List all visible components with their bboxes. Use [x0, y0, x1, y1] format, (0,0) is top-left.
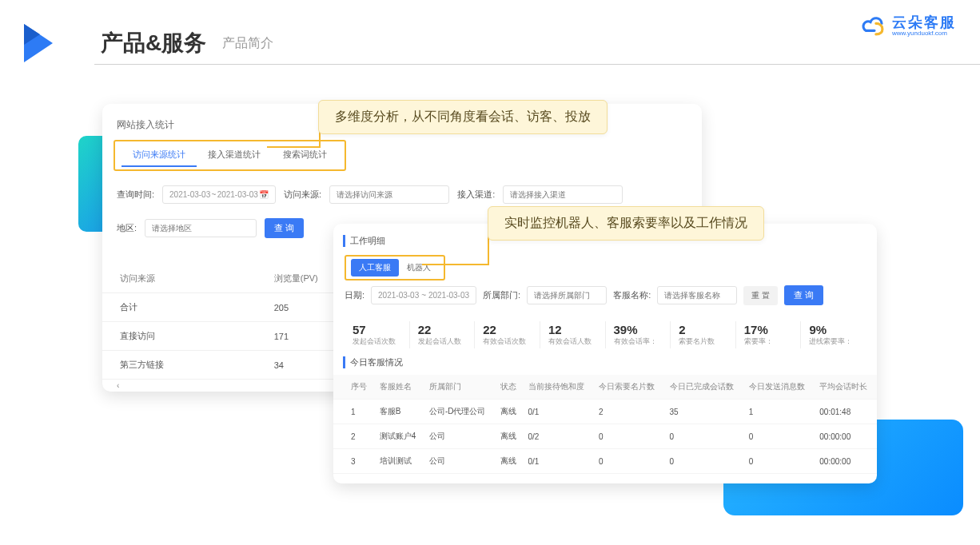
date2-sep: ~ [421, 291, 426, 300]
search-button-2[interactable]: 查 询 [784, 285, 823, 305]
table-row: 3培训测试公司离线0/100000:00:00 [333, 449, 877, 474]
channel-label: 接入渠道: [457, 189, 495, 201]
search-button[interactable]: 查 询 [265, 218, 304, 238]
date-to: 2021-03-03 [217, 190, 258, 199]
date2-label: 日期: [345, 289, 365, 301]
dept-label: 所属部门: [483, 289, 520, 301]
channel-input[interactable] [503, 185, 623, 204]
brand-url: www.yunduokf.com [892, 30, 947, 37]
col-source: 访问来源 [102, 265, 263, 293]
panel-work-detail: 工作明细 人工客服 机器人 日期: 2021-03-03 ~ 2021-03-0… [333, 224, 877, 483]
connector-line-1 [267, 146, 319, 148]
page-subtitle: 产品简介 [222, 35, 273, 52]
tab-source-stats[interactable]: 访问来源统计 [122, 144, 197, 167]
calendar-icon: 📅 [259, 190, 269, 199]
stat-item: 12有效会话人数 [540, 321, 606, 348]
agent-type-switcher: 人工客服 机器人 [345, 255, 445, 280]
callout-monitor: 实时监控机器人、客服索要率以及工作情况 [488, 206, 764, 241]
agent-name-label: 客服名称: [613, 289, 651, 301]
agent-name-input[interactable] [657, 286, 737, 304]
stat-item: 2索要名片数 [671, 321, 736, 348]
page-title: 产品&服务 [101, 28, 206, 58]
region-label: 地区: [117, 222, 137, 234]
page-header: 产品&服务 产品简介 [0, 0, 980, 62]
source-label: 访问来源: [284, 189, 321, 201]
tab-channel-stats[interactable]: 接入渠道统计 [197, 144, 272, 167]
stat-item: 57发起会话次数 [345, 321, 410, 348]
pill-robot[interactable]: 机器人 [399, 259, 439, 276]
stat-item: 22发起会话人数 [410, 321, 476, 348]
agents-table-header: 序号客服姓名所属部门状态当前接待饱和度今日索要名片数今日已完成会话数今日发送消息… [333, 375, 877, 400]
panel2-filters: 日期: 2021-03-03 ~ 2021-03-03 所属部门: 客服名称: … [333, 280, 877, 310]
table-row: 2测试账户4公司离线0/200000:00:00 [333, 424, 877, 449]
time-label: 查询时间: [117, 189, 154, 201]
today-agents-title: 今日客服情况 [343, 356, 877, 368]
date2-to: 2021-03-03 [428, 291, 469, 300]
date-from: 2021-03-03 [169, 190, 210, 199]
date-range-input-2[interactable]: 2021-03-03 ~ 2021-03-03 [371, 286, 476, 304]
callout-analysis: 多维度分析，从不同角度看会话、访客、投放 [318, 100, 608, 134]
date-sep: ~ [212, 190, 217, 199]
stat-item: 22有效会话次数 [475, 321, 540, 348]
stat-item: 9%进线索要率： [801, 321, 866, 348]
table-row: 1客服B公司-D代理公司离线0/1235100:01:48 [333, 400, 877, 424]
brand-name-cn: 云朵客服 [892, 15, 956, 30]
date2-from: 2021-03-03 [378, 291, 419, 300]
stats-row: 57发起会话次数22发起会话人数22有效会话次数12有效会话人数39%有效会话率… [333, 310, 877, 356]
dept-input[interactable] [527, 286, 607, 304]
source-input[interactable] [329, 185, 449, 204]
pill-human[interactable]: 人工客服 [351, 259, 399, 276]
stat-item: 39%有效会话率： [606, 321, 671, 348]
reset-button[interactable]: 重 置 [743, 286, 778, 305]
header-divider [94, 64, 980, 65]
connector-line-2 [422, 264, 488, 265]
date-range-input[interactable]: 2021-03-03 ~ 2021-03-03 📅 [162, 185, 276, 204]
agents-table: 序号客服姓名所属部门状态当前接待饱和度今日索要名片数今日已完成会话数今日发送消息… [333, 375, 877, 474]
cloud-icon [860, 14, 889, 37]
tabs-container: 访问来源统计 接入渠道统计 搜索词统计 [114, 140, 346, 171]
stat-item: 17%索要率： [736, 321, 802, 348]
play-icon [24, 24, 53, 62]
brand-logo: 云朵客服 www.yunduokf.com [860, 14, 956, 37]
region-input[interactable] [145, 219, 257, 237]
